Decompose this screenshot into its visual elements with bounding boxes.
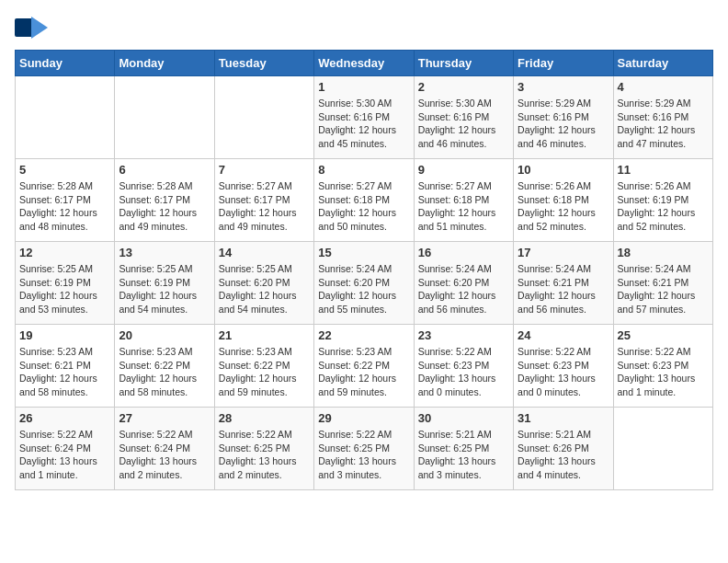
calendar-cell: 22Sunrise: 5:23 AM Sunset: 6:22 PM Dayli… [314, 325, 414, 408]
day-details: Sunrise: 5:22 AM Sunset: 6:25 PM Dayligh… [318, 428, 409, 482]
day-number: 28 [219, 411, 310, 425]
calendar-cell: 28Sunrise: 5:22 AM Sunset: 6:25 PM Dayli… [214, 408, 313, 490]
day-details: Sunrise: 5:22 AM Sunset: 6:23 PM Dayligh… [618, 345, 709, 399]
day-details: Sunrise: 5:22 AM Sunset: 6:24 PM Dayligh… [119, 428, 210, 482]
day-details: Sunrise: 5:23 AM Sunset: 6:22 PM Dayligh… [119, 345, 210, 399]
calendar-cell: 9Sunrise: 5:27 AM Sunset: 6:18 PM Daylig… [414, 159, 513, 242]
day-number: 4 [618, 80, 709, 94]
calendar-cell: 16Sunrise: 5:24 AM Sunset: 6:20 PM Dayli… [414, 242, 513, 325]
day-details: Sunrise: 5:25 AM Sunset: 6:20 PM Dayligh… [219, 262, 310, 316]
column-header-monday: Monday [115, 51, 214, 76]
calendar-week-1: 1Sunrise: 5:30 AM Sunset: 6:16 PM Daylig… [16, 76, 713, 159]
day-number: 14 [219, 246, 310, 259]
calendar-header-row: SundayMondayTuesdayWednesdayThursdayFrid… [16, 51, 713, 76]
day-number: 6 [119, 163, 210, 177]
calendar-cell: 18Sunrise: 5:24 AM Sunset: 6:21 PM Dayli… [613, 242, 712, 325]
column-header-friday: Friday [514, 51, 613, 76]
calendar-table: SundayMondayTuesdayWednesdayThursdayFrid… [15, 50, 713, 490]
svg-marker-1 [31, 17, 48, 39]
day-number: 3 [518, 80, 609, 94]
column-header-saturday: Saturday [613, 51, 712, 76]
day-details: Sunrise: 5:22 AM Sunset: 6:23 PM Dayligh… [518, 345, 609, 399]
day-details: Sunrise: 5:23 AM Sunset: 6:22 PM Dayligh… [318, 345, 409, 399]
day-details: Sunrise: 5:29 AM Sunset: 6:16 PM Dayligh… [518, 97, 609, 151]
day-details: Sunrise: 5:21 AM Sunset: 6:26 PM Dayligh… [518, 428, 609, 482]
calendar-cell: 11Sunrise: 5:26 AM Sunset: 6:19 PM Dayli… [613, 159, 712, 242]
logo-icon [15, 15, 48, 40]
calendar-cell: 31Sunrise: 5:21 AM Sunset: 6:26 PM Dayli… [514, 408, 613, 490]
calendar-cell: 14Sunrise: 5:25 AM Sunset: 6:20 PM Dayli… [214, 242, 313, 325]
day-number: 11 [618, 163, 709, 177]
day-number: 25 [618, 328, 709, 342]
day-details: Sunrise: 5:24 AM Sunset: 6:20 PM Dayligh… [418, 262, 509, 316]
calendar-cell: 21Sunrise: 5:23 AM Sunset: 6:22 PM Dayli… [214, 325, 313, 408]
calendar-cell [115, 76, 214, 159]
day-details: Sunrise: 5:27 AM Sunset: 6:18 PM Dayligh… [318, 179, 409, 234]
day-number: 24 [518, 328, 609, 342]
day-number: 19 [19, 328, 110, 342]
calendar-cell [16, 76, 115, 159]
day-number: 13 [119, 246, 210, 259]
calendar-cell: 3Sunrise: 5:29 AM Sunset: 6:16 PM Daylig… [514, 76, 613, 159]
day-number: 21 [219, 328, 310, 342]
logo [15, 15, 51, 40]
calendar-cell [214, 76, 313, 159]
calendar-cell: 6Sunrise: 5:28 AM Sunset: 6:17 PM Daylig… [115, 159, 214, 242]
day-number: 20 [119, 328, 210, 342]
day-number: 8 [318, 163, 409, 177]
calendar-cell: 23Sunrise: 5:22 AM Sunset: 6:23 PM Dayli… [414, 325, 513, 408]
calendar-cell: 8Sunrise: 5:27 AM Sunset: 6:18 PM Daylig… [314, 159, 414, 242]
calendar-cell: 26Sunrise: 5:22 AM Sunset: 6:24 PM Dayli… [16, 408, 115, 490]
day-number: 17 [518, 246, 609, 259]
calendar-cell: 10Sunrise: 5:26 AM Sunset: 6:18 PM Dayli… [514, 159, 613, 242]
calendar-week-5: 26Sunrise: 5:22 AM Sunset: 6:24 PM Dayli… [16, 408, 713, 490]
calendar-cell: 27Sunrise: 5:22 AM Sunset: 6:24 PM Dayli… [115, 408, 214, 490]
day-details: Sunrise: 5:26 AM Sunset: 6:19 PM Dayligh… [618, 179, 709, 234]
day-number: 18 [618, 246, 709, 259]
day-number: 12 [19, 246, 110, 259]
day-number: 29 [318, 411, 409, 425]
calendar-week-3: 12Sunrise: 5:25 AM Sunset: 6:19 PM Dayli… [16, 242, 713, 325]
calendar-cell: 2Sunrise: 5:30 AM Sunset: 6:16 PM Daylig… [414, 76, 513, 159]
day-details: Sunrise: 5:26 AM Sunset: 6:18 PM Dayligh… [518, 179, 609, 234]
calendar-cell: 25Sunrise: 5:22 AM Sunset: 6:23 PM Dayli… [613, 325, 712, 408]
day-number: 1 [318, 80, 409, 94]
calendar-cell: 12Sunrise: 5:25 AM Sunset: 6:19 PM Dayli… [16, 242, 115, 325]
day-details: Sunrise: 5:29 AM Sunset: 6:16 PM Dayligh… [618, 97, 709, 151]
column-header-wednesday: Wednesday [314, 51, 414, 76]
day-number: 30 [418, 411, 509, 425]
column-header-thursday: Thursday [414, 51, 513, 76]
day-details: Sunrise: 5:22 AM Sunset: 6:23 PM Dayligh… [418, 345, 509, 399]
day-number: 2 [418, 80, 509, 94]
calendar-cell: 4Sunrise: 5:29 AM Sunset: 6:16 PM Daylig… [613, 76, 712, 159]
day-number: 9 [418, 163, 509, 177]
day-details: Sunrise: 5:24 AM Sunset: 6:20 PM Dayligh… [318, 262, 409, 316]
calendar-cell: 24Sunrise: 5:22 AM Sunset: 6:23 PM Dayli… [514, 325, 613, 408]
day-number: 15 [318, 246, 409, 259]
day-number: 23 [418, 328, 509, 342]
day-details: Sunrise: 5:23 AM Sunset: 6:22 PM Dayligh… [219, 345, 310, 399]
calendar-cell: 29Sunrise: 5:22 AM Sunset: 6:25 PM Dayli… [314, 408, 414, 490]
day-details: Sunrise: 5:24 AM Sunset: 6:21 PM Dayligh… [518, 262, 609, 316]
day-number: 27 [119, 411, 210, 425]
day-details: Sunrise: 5:30 AM Sunset: 6:16 PM Dayligh… [418, 97, 509, 151]
calendar-cell: 30Sunrise: 5:21 AM Sunset: 6:25 PM Dayli… [414, 408, 513, 490]
day-number: 7 [219, 163, 310, 177]
day-details: Sunrise: 5:22 AM Sunset: 6:25 PM Dayligh… [219, 428, 310, 482]
calendar-cell: 5Sunrise: 5:28 AM Sunset: 6:17 PM Daylig… [16, 159, 115, 242]
column-header-sunday: Sunday [16, 51, 115, 76]
day-number: 16 [418, 246, 509, 259]
day-details: Sunrise: 5:25 AM Sunset: 6:19 PM Dayligh… [19, 262, 110, 316]
svg-rect-0 [15, 18, 33, 37]
day-number: 5 [19, 163, 110, 177]
day-number: 31 [518, 411, 609, 425]
day-details: Sunrise: 5:27 AM Sunset: 6:17 PM Dayligh… [219, 179, 310, 234]
calendar-cell: 7Sunrise: 5:27 AM Sunset: 6:17 PM Daylig… [214, 159, 313, 242]
day-details: Sunrise: 5:22 AM Sunset: 6:24 PM Dayligh… [19, 428, 110, 482]
day-details: Sunrise: 5:23 AM Sunset: 6:21 PM Dayligh… [19, 345, 110, 399]
day-details: Sunrise: 5:28 AM Sunset: 6:17 PM Dayligh… [19, 179, 110, 234]
day-number: 26 [19, 411, 110, 425]
calendar-week-2: 5Sunrise: 5:28 AM Sunset: 6:17 PM Daylig… [16, 159, 713, 242]
day-details: Sunrise: 5:30 AM Sunset: 6:16 PM Dayligh… [318, 97, 409, 151]
calendar-cell: 13Sunrise: 5:25 AM Sunset: 6:19 PM Dayli… [115, 242, 214, 325]
